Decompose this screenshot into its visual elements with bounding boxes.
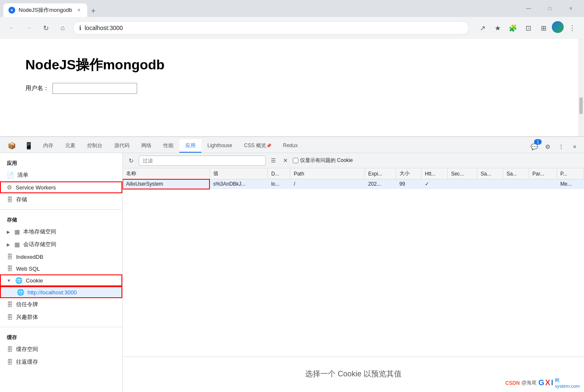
websql-icon: 🗄 xyxy=(7,265,13,272)
forward-button[interactable]: → xyxy=(22,21,36,35)
page-scrollbar[interactable] xyxy=(578,39,584,136)
col-domain: D... xyxy=(267,168,290,179)
active-tab[interactable]: ● NodeJS操作mongodb × xyxy=(3,3,87,17)
localhost-cookie-icon: 🌐 xyxy=(17,289,24,296)
tab-favicon: ● xyxy=(8,7,15,14)
cast-icon[interactable]: ⊡ xyxy=(521,21,535,35)
cookies-table-element: 名称 值 D... Path Expi... 大小 Htt... Sec... … xyxy=(123,168,584,189)
sidebar-item-manifest[interactable]: 📄 清单 xyxy=(0,169,122,181)
sidebar-item-websql[interactable]: 🗄 Web SQL xyxy=(0,263,122,274)
share-icon[interactable]: ↗ xyxy=(476,21,489,35)
cookie-samesite2 xyxy=(503,179,529,189)
sidebar-item-cache-storage[interactable]: 🗄 缓存空间 xyxy=(0,343,122,356)
url-bar[interactable]: ℹ localhost:3000 xyxy=(73,21,469,35)
sidebar-item-cookie[interactable]: ▼ 🌐 Cookie xyxy=(0,274,122,286)
local-storage-label: 本地存储空间 xyxy=(23,228,56,236)
back-button[interactable]: ← xyxy=(5,21,19,35)
security-icon: ℹ xyxy=(79,25,81,31)
tab-css-overview[interactable]: CSS 概览 📌 xyxy=(238,139,277,153)
watermark-csdn: CSDN xyxy=(505,380,520,386)
menu-icon[interactable]: ⋮ xyxy=(565,21,579,35)
trust-tokens-label: 信任令牌 xyxy=(16,301,38,308)
cookie-preview-text: 选择一个 Cookie 以预览其值 xyxy=(305,369,402,379)
sidebar-item-localhost[interactable]: 🌐 http://localhost:3000 xyxy=(0,286,122,298)
tab-memory[interactable]: 内存 xyxy=(37,139,59,153)
more-button[interactable]: ⋮ xyxy=(555,141,567,153)
cache-storage-icon: 🗄 xyxy=(7,346,13,353)
sidebar-item-local-storage[interactable]: ▶ ▦ 本地存储空间 xyxy=(0,225,122,238)
tab-redux[interactable]: Redux xyxy=(277,139,304,153)
minimize-button[interactable]: — xyxy=(519,3,538,14)
cookie-samesite1 xyxy=(477,179,503,189)
col-samesite1: Sa... xyxy=(477,168,503,179)
clear-filter-icon[interactable]: ✕ xyxy=(280,156,290,166)
close-window-button[interactable]: × xyxy=(561,3,581,14)
cookie-table: 名称 值 D... Path Expi... 大小 Htt... Sec... … xyxy=(123,168,584,356)
service-workers-icon: ⚙ xyxy=(7,184,12,191)
tab-console[interactable]: 控制台 xyxy=(81,139,108,153)
sidebar-item-service-workers[interactable]: ⚙ Service Workers xyxy=(0,181,122,193)
devtools-panel: 📦 📱 内存 元素 控制台 源代码 网络 性能 应用 Lighthouse CS… xyxy=(0,136,584,392)
bookmark-icon[interactable]: ★ xyxy=(491,21,504,35)
tab-network[interactable]: 网络 xyxy=(135,139,157,153)
tab-lighthouse[interactable]: Lighthouse xyxy=(201,139,238,153)
close-devtools-button[interactable]: × xyxy=(569,141,581,153)
sidebar-item-indexeddb[interactable]: 🗄 IndexedDB xyxy=(0,251,122,263)
window-controls: — □ × xyxy=(519,3,581,14)
sidebar-item-interest-groups[interactable]: 🗄 兴趣群体 xyxy=(0,311,122,323)
tab-device[interactable]: 📱 xyxy=(20,139,37,153)
cookie-domain: lo... xyxy=(267,179,290,189)
home-button[interactable]: ⌂ xyxy=(56,21,69,35)
session-storage-toggle[interactable]: ▶ xyxy=(7,242,10,247)
cookie-filter-input[interactable] xyxy=(139,156,266,166)
settings-button[interactable]: ⚙ xyxy=(542,141,554,153)
cookie-main-panel: ↻ ☰ ✕ 仅显示有问题的 Cookie xyxy=(123,153,584,392)
tab-performance[interactable]: 性能 xyxy=(157,139,179,153)
watermark-net: 网system.com xyxy=(555,377,580,389)
tab-close-button[interactable]: × xyxy=(75,7,82,14)
col-priority: P... xyxy=(556,168,584,179)
webpage: NodeJS操作mongodb 用户名： xyxy=(0,39,584,136)
sidebar-item-storage[interactable]: 🗄 存储 xyxy=(0,193,122,206)
back-forward-cache-label: 往返缓存 xyxy=(16,358,38,366)
sidebar-toggle-icon[interactable]: ⊞ xyxy=(537,21,550,35)
tab-elements[interactable]: 元素 xyxy=(59,139,81,153)
col-expires: Expi... xyxy=(365,168,396,179)
sidebar-item-back-forward-cache[interactable]: 🗄 往返缓存 xyxy=(0,356,122,368)
col-secure: Sec... xyxy=(447,168,477,179)
filter-options-icon[interactable]: ☰ xyxy=(268,156,278,166)
scrollbar-thumb xyxy=(579,97,583,114)
show-issues-checkbox-group: 仅显示有问题的 Cookie xyxy=(293,157,353,164)
sidebar-item-trust-tokens[interactable]: 🗄 信任令牌 xyxy=(0,298,122,311)
tab-application[interactable]: 应用 xyxy=(179,139,201,153)
badge: 1 xyxy=(534,139,542,145)
cookie-row[interactable]: AilixUserSystem s%3AnDBkJ... lo... / 202… xyxy=(123,179,584,189)
new-tab-button[interactable]: + xyxy=(87,5,99,17)
maximize-button[interactable]: □ xyxy=(540,3,559,14)
sidebar-item-session-storage[interactable]: ▶ ▦ 会话存储空间 xyxy=(0,238,122,251)
tab-sources[interactable]: 源代码 xyxy=(108,139,135,153)
reload-button[interactable]: ↻ xyxy=(39,21,52,35)
back-forward-cache-icon: 🗄 xyxy=(7,359,13,365)
page-content: NodeJS操作mongodb 用户名： xyxy=(0,39,584,136)
chat-icon[interactable]: 💬 1 xyxy=(528,141,540,153)
service-workers-label: Service Workers xyxy=(16,184,56,191)
show-issues-checkbox[interactable] xyxy=(293,158,298,163)
tab-bar: ● NodeJS操作mongodb × + xyxy=(3,0,99,17)
tab-inspect[interactable]: 📦 xyxy=(3,139,20,153)
indexeddb-label: IndexedDB xyxy=(16,254,43,260)
col-httponly: Htt... xyxy=(421,168,447,179)
cookie-expires: 202... xyxy=(365,179,396,189)
local-storage-toggle[interactable]: ▶ xyxy=(7,230,10,234)
localhost-label: http://localhost:3000 xyxy=(28,289,77,296)
refresh-cookies-button[interactable]: ↻ xyxy=(126,156,136,166)
cookie-toggle[interactable]: ▼ xyxy=(7,278,11,283)
watermark-brand: G X I xyxy=(538,378,553,387)
cookie-table-header: 名称 值 D... Path Expi... 大小 Htt... Sec... … xyxy=(123,168,584,179)
divider1 xyxy=(0,209,122,210)
profile-icon[interactable] xyxy=(552,21,564,33)
col-name: 名称 xyxy=(123,168,209,179)
extensions-icon[interactable]: 🧩 xyxy=(506,21,520,35)
username-input[interactable] xyxy=(52,83,137,94)
interest-groups-icon: 🗄 xyxy=(7,314,13,321)
